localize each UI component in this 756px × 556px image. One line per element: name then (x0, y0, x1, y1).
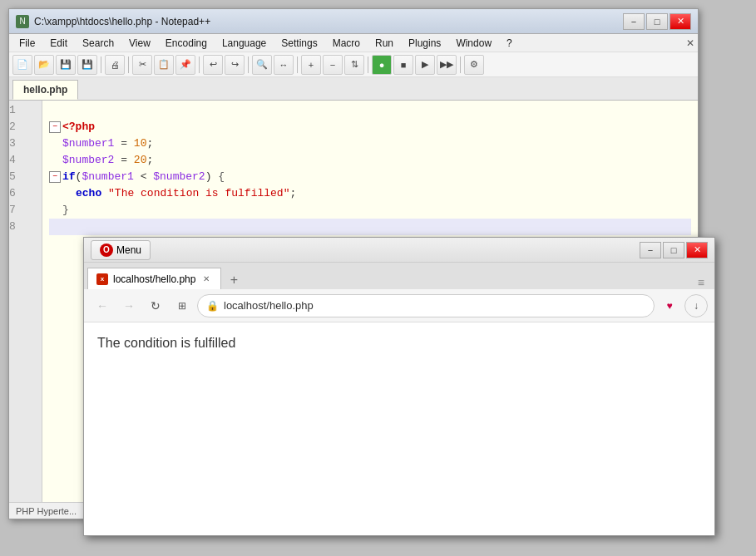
menu-macro[interactable]: Macro (326, 35, 367, 52)
opera-address-text: localhost/hello.php (224, 299, 645, 312)
menu-help[interactable]: ? (500, 35, 519, 52)
code-var2: $number2 (62, 152, 114, 169)
tb-saveall[interactable]: 💾 (77, 55, 97, 75)
tb-zoom-in[interactable]: + (301, 55, 321, 75)
npp-maximize-button[interactable]: □ (646, 13, 668, 30)
code-line-7: } (49, 202, 691, 219)
opera-tab-localhost[interactable]: x localhost/hello.php ✕ (87, 268, 221, 289)
opera-maximize-button[interactable]: □ (663, 242, 684, 258)
tb-open[interactable]: 📂 (34, 55, 54, 75)
npp-tabbar: hello.php (9, 77, 698, 101)
opera-grid-button[interactable]: ⊞ (170, 294, 194, 317)
menu-settings[interactable]: Settings (274, 35, 324, 52)
opera-tab-add-button[interactable]: + (223, 271, 245, 289)
tb-paste[interactable]: 📌 (175, 55, 195, 75)
tb-replace[interactable]: ↔ (274, 55, 294, 75)
tb-play[interactable]: ▶ (415, 55, 435, 75)
code-line-3: $number1 = 10 ; (49, 135, 691, 152)
fold-btn-2[interactable]: − (49, 121, 61, 133)
code-var3: $number1 (82, 169, 133, 185)
opera-tab-label: localhost/hello.php (113, 273, 195, 285)
code-line-6: echo "The condition is fulfilled" ; (49, 185, 691, 202)
menu-search[interactable]: Search (76, 35, 121, 52)
opera-title-controls: − □ ✕ (640, 242, 708, 258)
menu-edit[interactable]: Edit (43, 35, 74, 52)
code-line-5: − if ( $number1 < $number2 ) { (49, 169, 691, 185)
back-arrow-icon: ← (96, 299, 108, 312)
opera-page-text: The condition is fulfilled (97, 336, 235, 350)
code-num1: 10 (134, 135, 147, 152)
code-line-2: − <?php (49, 119, 691, 135)
opera-minimize-button[interactable]: − (640, 242, 661, 258)
tb-sep1 (101, 57, 101, 73)
code-brace-close: } (62, 202, 69, 219)
tb-sync[interactable]: ⇅ (344, 55, 364, 75)
tb-copy[interactable]: 📋 (154, 55, 174, 75)
menu-run[interactable]: Run (368, 35, 400, 52)
tb-print[interactable]: 🖨 (105, 55, 125, 75)
code-var4: $number2 (153, 169, 205, 185)
npp-minimize-button[interactable]: − (623, 13, 645, 30)
opera-menu-button[interactable]: O Menu (91, 240, 151, 260)
opera-close-button[interactable]: ✕ (686, 242, 708, 258)
menu-window[interactable]: Window (449, 35, 498, 52)
opera-menu-label: Menu (116, 244, 141, 256)
code-paren2: ) (205, 169, 219, 185)
opera-navbar: ← → ↻ ⊞ 🔒 localhost/hello.php ♥ ↓ (84, 289, 714, 322)
menu-plugins[interactable]: Plugins (402, 35, 447, 52)
menu-language[interactable]: Language (215, 35, 273, 52)
opera-tab-favicon: x (96, 273, 108, 285)
tb-zoom-out[interactable]: − (323, 55, 343, 75)
code-line-8 (49, 219, 691, 235)
opera-drag-area: ≡ (698, 276, 711, 289)
tb-undo[interactable]: ↩ (203, 55, 223, 75)
code-semi1: ; (146, 135, 153, 152)
tb-save[interactable]: 💾 (56, 55, 76, 75)
status-lang: PHP Hyperte... (16, 506, 77, 516)
tb-stop[interactable]: ■ (393, 55, 413, 75)
code-echo: echo (76, 185, 101, 202)
opera-download-button[interactable]: ↓ (684, 294, 708, 317)
tb-sep6 (368, 57, 368, 73)
fold-btn-5[interactable]: − (49, 171, 61, 183)
npp-close-button[interactable]: ✕ (670, 13, 691, 30)
tb-cut[interactable]: ✂ (132, 55, 152, 75)
tb-extra[interactable]: ⚙ (464, 55, 484, 75)
code-op1: = (114, 135, 133, 152)
opera-back-button[interactable]: ← (91, 294, 114, 317)
npp-tab-hello-php[interactable]: hello.php (12, 80, 78, 100)
npp-tab-label: hello.php (23, 84, 67, 96)
tb-redo[interactable]: ↪ (225, 55, 245, 75)
tb-sep7 (460, 57, 461, 73)
code-brace-open: { (218, 169, 225, 185)
npp-icon: N (16, 15, 29, 28)
tb-sep2 (128, 57, 129, 73)
tb-sep4 (248, 57, 249, 73)
code-op2: = (114, 152, 133, 169)
tb-playall[interactable]: ▶▶ (437, 55, 457, 75)
menu-encoding[interactable]: Encoding (159, 35, 214, 52)
menu-view[interactable]: View (122, 35, 157, 52)
npp-title-controls: − □ ✕ (623, 13, 691, 30)
opera-bookmark-button[interactable]: ♥ (658, 294, 681, 317)
tb-new[interactable]: 📄 (12, 55, 32, 75)
code-semi2: ; (146, 152, 153, 169)
code-num2: 20 (134, 152, 147, 169)
menu-close-btn[interactable]: ✕ (686, 37, 694, 49)
opera-address-bar[interactable]: 🔒 localhost/hello.php (197, 294, 655, 317)
opera-window: O Menu − □ ✕ x localhost/hello.php ✕ + ≡… (83, 237, 715, 536)
code-var1: $number1 (62, 135, 114, 152)
code-space (101, 185, 108, 202)
opera-refresh-button[interactable]: ↻ (144, 294, 167, 317)
opera-tab-close-button[interactable]: ✕ (200, 273, 212, 285)
code-str: "The condition is fulfilled" (108, 185, 289, 202)
tb-find[interactable]: 🔍 (252, 55, 272, 75)
menu-file[interactable]: File (12, 35, 42, 52)
opera-forward-button[interactable]: → (117, 294, 141, 317)
code-lt: < (134, 169, 153, 185)
opera-titlebar: O Menu − □ ✕ (84, 238, 714, 263)
tb-record[interactable]: ● (372, 55, 392, 75)
opera-drag-icon: ≡ (698, 276, 704, 289)
npp-title: C:\xampp\htdocs\hello.php - Notepad++ (34, 16, 210, 27)
code-semi3: ; (289, 185, 296, 202)
